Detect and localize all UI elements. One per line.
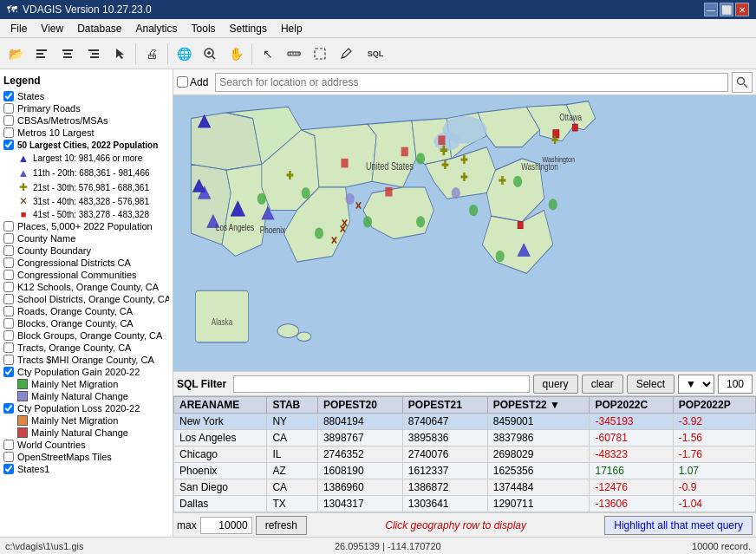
legend-item-roads-oc[interactable]: Roads, Orange County, CA bbox=[3, 305, 169, 317]
menu-settings[interactable]: Settings bbox=[223, 21, 274, 36]
col-stab[interactable]: STAB bbox=[267, 397, 317, 414]
states1-checkbox[interactable] bbox=[3, 464, 14, 474]
query-button[interactable]: query bbox=[533, 375, 578, 394]
legend-item-pop-gain[interactable]: Cty Population Gain 2020-22 bbox=[3, 366, 169, 378]
50cities-checkbox[interactable] bbox=[3, 140, 14, 150]
col-pop2022c[interactable]: POP2022C bbox=[590, 397, 673, 414]
tracts-oc-checkbox[interactable] bbox=[3, 342, 14, 353]
select-button[interactable] bbox=[108, 42, 132, 66]
legend-item-tracts-mhi[interactable]: Tracts $MHI Orange County, CA bbox=[3, 354, 169, 366]
block-groups-oc-checkbox[interactable] bbox=[3, 330, 14, 341]
osm-tiles-checkbox[interactable] bbox=[3, 452, 14, 462]
minimize-button[interactable]: — bbox=[704, 3, 718, 16]
legend-item-50cities[interactable]: 50 Largest Cities, 2022 Population bbox=[3, 139, 169, 151]
cbsas-checkbox[interactable] bbox=[3, 115, 14, 126]
menu-help[interactable]: Help bbox=[274, 21, 310, 36]
legend-item-blocks-oc[interactable]: Blocks, Orange County, CA bbox=[3, 317, 169, 329]
legend-item-metros[interactable]: Metros 10 Largest bbox=[3, 127, 169, 139]
align-left-button[interactable] bbox=[29, 42, 54, 66]
tracts-mhi-checkbox[interactable] bbox=[3, 355, 14, 365]
search-button[interactable] bbox=[732, 72, 753, 93]
table-row[interactable]: Los AngelesCA389876738958363837986-60781… bbox=[174, 430, 756, 446]
congressional-communities-checkbox[interactable] bbox=[3, 270, 14, 280]
refresh-button[interactable]: refresh bbox=[256, 516, 307, 535]
zoom-in-button[interactable] bbox=[198, 42, 222, 66]
col-popest20[interactable]: POPEST20 bbox=[317, 397, 402, 414]
col-popest21[interactable]: POPEST21 bbox=[402, 397, 487, 414]
svg-point-79 bbox=[416, 216, 425, 227]
close-button[interactable]: ✕ bbox=[735, 3, 749, 16]
globe-button[interactable]: 🌐 bbox=[172, 42, 196, 66]
align-center-button[interactable] bbox=[55, 42, 80, 66]
col-areaname[interactable]: AREANAME bbox=[174, 397, 267, 414]
table-row[interactable]: PhoenixAZ160819016123371625356171661.07 bbox=[174, 463, 756, 479]
table-row[interactable]: San DiegoCA138696013868721374484-12476-0… bbox=[174, 479, 756, 496]
pop-gain-checkbox[interactable] bbox=[3, 367, 14, 377]
data-table-container[interactable]: AREANAME STAB POPEST20 POPEST21 POPEST22… bbox=[173, 396, 756, 512]
map-container[interactable]: Alaska United States Ottawa Washington ✚ bbox=[173, 95, 756, 371]
menu-view[interactable]: View bbox=[34, 21, 70, 36]
search-input[interactable] bbox=[215, 73, 728, 92]
table-row[interactable]: DallasTX130431713036411290711-13606-1.04 bbox=[174, 496, 756, 512]
select-dropdown[interactable]: ▼ bbox=[678, 375, 714, 394]
align-right-button[interactable] bbox=[81, 42, 106, 66]
max-input[interactable]: 10000 bbox=[200, 517, 252, 534]
restore-button[interactable]: ⬜ bbox=[720, 3, 733, 16]
percent-input[interactable]: 100 bbox=[718, 375, 753, 394]
places-checkbox[interactable] bbox=[3, 221, 14, 231]
legend-item-county-name[interactable]: County Name bbox=[3, 232, 169, 244]
table-row[interactable]: ChicagoIL274635227400762698029-48323-1.7… bbox=[174, 446, 756, 463]
sql-button[interactable]: SQL bbox=[360, 42, 391, 66]
legend-item-k12[interactable]: K12 Schools, Orange County, CA bbox=[3, 281, 169, 293]
toolbar: 📂 🖨 🌐 ✋ ↖ SQL bbox=[0, 38, 756, 69]
county-boundary-checkbox[interactable] bbox=[3, 245, 14, 256]
menu-database[interactable]: Database bbox=[70, 21, 128, 36]
legend-item-congressional-ca[interactable]: Congressional Districts CA bbox=[3, 257, 169, 269]
legend-item-pop-loss[interactable]: Cty Population Loss 2020-22 bbox=[3, 402, 169, 414]
draw-button[interactable] bbox=[334, 42, 358, 66]
legend-item-block-groups-oc[interactable]: Block Groups, Orange County, CA bbox=[3, 329, 169, 342]
print-button[interactable]: 🖨 bbox=[140, 42, 164, 66]
pop-loss-checkbox[interactable] bbox=[3, 403, 14, 414]
pan-button[interactable]: ✋ bbox=[224, 42, 248, 66]
school-districts-checkbox[interactable] bbox=[3, 294, 14, 304]
legend-item-states1[interactable]: States1 bbox=[3, 463, 169, 475]
legend-item-congressional-communities[interactable]: Congressional Communities bbox=[3, 269, 169, 281]
highlight-button[interactable]: Highlight all that meet query bbox=[604, 516, 753, 535]
measure-button[interactable] bbox=[282, 42, 306, 66]
open-button[interactable]: 📂 bbox=[3, 42, 28, 66]
states-checkbox[interactable] bbox=[3, 91, 14, 101]
blocks-oc-checkbox[interactable] bbox=[3, 318, 14, 329]
legend-item-school-districts[interactable]: School Districts, Orange County, CA bbox=[3, 293, 169, 305]
add-checkbox[interactable] bbox=[177, 76, 188, 88]
table-cell: 1303641 bbox=[402, 496, 487, 512]
roads-oc-checkbox[interactable] bbox=[3, 306, 14, 316]
county-name-checkbox[interactable] bbox=[3, 233, 14, 244]
menu-tools[interactable]: Tools bbox=[185, 21, 223, 36]
table-row[interactable]: New YorkNY880419487406478459001-345193-3… bbox=[174, 414, 756, 430]
legend-item-primary-roads[interactable]: Primary Roads bbox=[3, 102, 169, 114]
map-svg[interactable]: Alaska United States Ottawa Washington ✚ bbox=[173, 95, 756, 371]
legend-item-places[interactable]: Places, 5,000+ 2022 Population bbox=[3, 220, 169, 232]
legend-item-states[interactable]: States bbox=[3, 90, 169, 102]
legend-item-county-boundary[interactable]: County Boundary bbox=[3, 244, 169, 257]
legend-item-world-countries[interactable]: World Countries bbox=[3, 439, 169, 451]
add-checkbox-label[interactable]: Add bbox=[177, 76, 208, 88]
pointer-button[interactable]: ↖ bbox=[256, 42, 280, 66]
sql-filter-input[interactable] bbox=[233, 375, 529, 393]
legend-item-cbsas[interactable]: CBSAs/Metros/MSAs bbox=[3, 114, 169, 127]
select2-button[interactable] bbox=[308, 42, 332, 66]
menu-file[interactable]: File bbox=[3, 21, 34, 36]
legend-item-osm-tiles[interactable]: OpenStreetMaps Tiles bbox=[3, 451, 169, 463]
world-countries-checkbox[interactable] bbox=[3, 440, 14, 450]
menu-analytics[interactable]: Analytics bbox=[129, 21, 185, 36]
select-button[interactable]: Select bbox=[627, 375, 675, 394]
primary-roads-checkbox[interactable] bbox=[3, 103, 14, 114]
col-popest22[interactable]: POPEST22 ▼ bbox=[487, 397, 590, 414]
metros-checkbox[interactable] bbox=[3, 127, 14, 138]
col-pop2022p[interactable]: POP2022P bbox=[673, 397, 755, 414]
clear-button[interactable]: clear bbox=[582, 375, 623, 394]
congressional-ca-checkbox[interactable] bbox=[3, 257, 14, 268]
legend-item-tracts-oc[interactable]: Tracts, Orange County, CA bbox=[3, 342, 169, 354]
k12-checkbox[interactable] bbox=[3, 282, 14, 292]
